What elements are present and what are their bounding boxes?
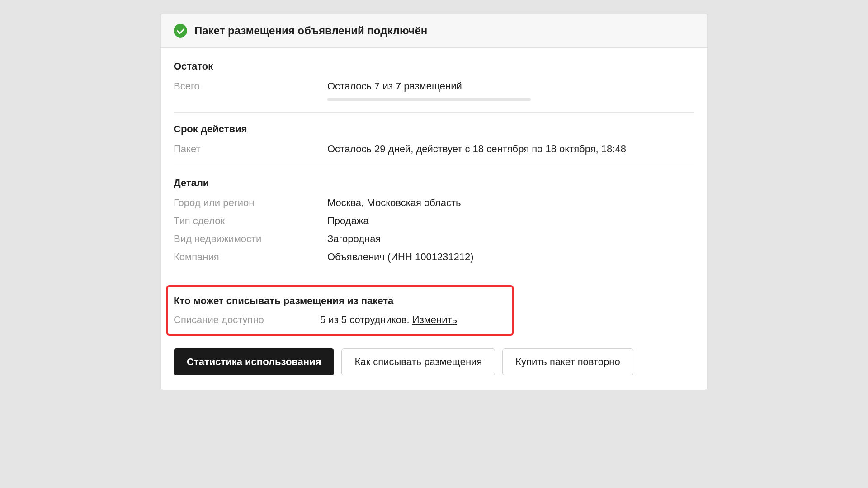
row-company: Компания Объявленич (ИНН 1001231212) <box>174 251 694 263</box>
value-region: Москва, Московская область <box>327 197 694 209</box>
row-package: Пакет Осталось 29 дней, действует с 18 с… <box>174 143 694 155</box>
row-property-type: Вид недвижимости Загородная <box>174 233 694 245</box>
progress-bar <box>327 98 531 101</box>
section-title-details: Детали <box>174 177 694 189</box>
card-body: Остаток Всего Осталось 7 из 7 размещений… <box>161 48 707 390</box>
value-company: Объявленич (ИНН 1001231212) <box>327 251 694 263</box>
access-count-text: 5 из 5 сотрудников. <box>320 314 412 325</box>
rebuy-button[interactable]: Купить пакет повторно <box>502 348 633 375</box>
section-balance: Остаток Всего Осталось 7 из 7 размещений <box>174 61 694 113</box>
value-package: Осталось 29 дней, действует с 18 сентябр… <box>327 143 694 155</box>
section-title-balance: Остаток <box>174 61 694 72</box>
row-region: Город или регион Москва, Московская обла… <box>174 197 694 209</box>
package-card: Пакет размещения объявлений подключён Ос… <box>160 14 708 390</box>
card-header: Пакет размещения объявлений подключён <box>161 14 707 48</box>
value-deal-type: Продажа <box>327 215 694 227</box>
row-total: Всего Осталось 7 из 7 размещений <box>174 80 694 101</box>
card-title: Пакет размещения объявлений подключён <box>194 24 427 37</box>
section-details: Детали Город или регион Москва, Московск… <box>174 177 694 274</box>
label-access: Списание доступно <box>174 314 320 326</box>
howto-button[interactable]: Как списывать размещения <box>341 348 495 375</box>
row-deal-type: Тип сделок Продажа <box>174 215 694 227</box>
label-company: Компания <box>174 251 327 263</box>
label-region: Город или регион <box>174 197 327 209</box>
value-total: Осталось 7 из 7 размещений <box>327 80 694 92</box>
section-access-highlight: Кто может списывать размещения из пакета… <box>166 285 514 336</box>
value-property-type: Загородная <box>327 233 694 245</box>
label-deal-type: Тип сделок <box>174 215 327 227</box>
row-access: Списание доступно 5 из 5 сотрудников. Из… <box>174 314 506 326</box>
change-link[interactable]: Изменить <box>412 314 457 325</box>
button-row: Статистика использования Как списывать р… <box>174 348 694 375</box>
label-property-type: Вид недвижимости <box>174 233 327 245</box>
value-access: 5 из 5 сотрудников. Изменить <box>320 314 506 326</box>
progress-wrap: Осталось 7 из 7 размещений <box>327 80 694 101</box>
section-validity: Срок действия Пакет Осталось 29 дней, де… <box>174 123 694 166</box>
stats-button[interactable]: Статистика использования <box>174 348 334 375</box>
check-circle-icon <box>174 24 187 38</box>
label-package: Пакет <box>174 143 327 155</box>
label-total: Всего <box>174 80 327 101</box>
section-title-validity: Срок действия <box>174 123 694 135</box>
section-title-access: Кто может списывать размещения из пакета <box>174 295 506 307</box>
